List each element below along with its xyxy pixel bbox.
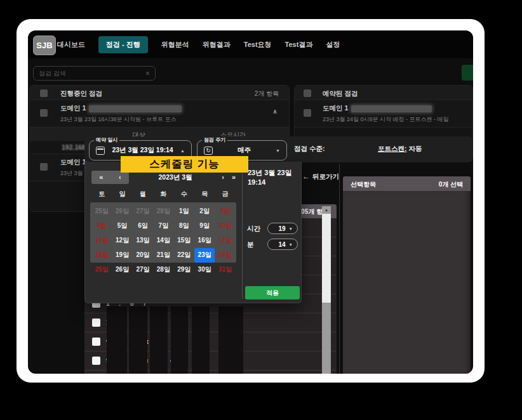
select-all-checkbox[interactable] [304, 89, 311, 97]
calendar-day[interactable]: 13일 [133, 233, 153, 247]
calendar-day[interactable]: 17일 [215, 233, 235, 247]
prev-month-button[interactable]: ‹ [119, 174, 121, 181]
calendar-day[interactable]: 5일 [112, 218, 132, 233]
scheduled-header: 예약된 점검 [295, 86, 472, 100]
back-button[interactable]: ←뒤로가기 [302, 172, 339, 181]
search-box[interactable]: × [33, 66, 156, 81]
calendar-day[interactable]: 26일 [112, 263, 132, 277]
field-label: 예약 일시 [94, 137, 119, 143]
minute-select[interactable]: 14 ▼ [267, 239, 298, 250]
calendar-day[interactable]: 26일 [112, 204, 132, 218]
calendar-day[interactable]: 16일 [194, 233, 215, 247]
scan-item[interactable]: 도메인 1 23년 3월 23일 16시38분 시작됨 - 브루트 포스 ∧ [30, 100, 289, 128]
calendar-day[interactable]: 31일 [215, 263, 235, 277]
app-logo: SJB [33, 36, 56, 55]
nav-item-link[interactable]: 대시보드 [57, 40, 85, 49]
scrollbar[interactable]: ▲ [322, 206, 331, 374]
item-checkbox[interactable] [304, 109, 311, 117]
item-subtitle: 23년 3월 23일 16시38분 시작됨 - 브루트 포스 [60, 115, 177, 124]
redacted-domain [351, 105, 432, 112]
minute-value: 14 [278, 241, 285, 248]
repeat-icon: ↻ [204, 147, 213, 155]
section-title: 진행중인 점검 [60, 89, 102, 98]
calendar-nav-group: « ‹ [91, 171, 129, 184]
calendar-day[interactable]: 3일 [215, 204, 235, 218]
calendar-day[interactable]: 14일 [153, 233, 173, 247]
main-nav: 대시보드점검 - 진행위협분석위협결과Test요청Test결과설정 [57, 30, 340, 58]
calendar-day-selected[interactable]: 23일 [194, 248, 215, 263]
redaction-bar [192, 306, 210, 374]
nav-item-link[interactable]: 위협분석 [161, 40, 189, 49]
calendar-day[interactable]: 25일 [91, 263, 112, 277]
collapse-icon[interactable]: ∧ [272, 108, 278, 115]
select-all-checkbox[interactable] [40, 89, 48, 97]
new-scan-button[interactable] [462, 65, 473, 81]
selected-date-text: 23년 3월 23일 [248, 168, 292, 178]
calendar-day[interactable]: 1일 [174, 204, 194, 218]
scan-item[interactable]: 도메인 1 23년 3월 24일 0시8분 시작 예정 - 포트스캔 - 매일 [295, 100, 472, 128]
column-divider [339, 164, 340, 374]
calendar-day[interactable]: 6일 [133, 218, 153, 233]
calendar-day[interactable]: 7일 [153, 218, 173, 233]
nav-item-active[interactable]: 점검 - 진행 [98, 36, 148, 53]
chevron-down-icon[interactable]: ▼ [276, 148, 286, 153]
weekday-label: 수 [174, 190, 194, 199]
calendar-day[interactable]: 20일 [133, 248, 153, 263]
item-checkbox[interactable] [40, 163, 48, 171]
selected-time-text: 19:14 [248, 178, 292, 187]
next-year-button[interactable]: » [232, 174, 236, 181]
prev-year-button[interactable]: « [99, 174, 103, 181]
calendar-day[interactable]: 24일 [215, 248, 235, 263]
calendar-day[interactable]: 4일 [91, 218, 112, 233]
calendar-day[interactable]: 9일 [194, 218, 215, 233]
clear-search-icon[interactable]: × [145, 69, 155, 78]
scroll-up-icon[interactable]: ▲ [322, 206, 331, 214]
item-checkbox[interactable] [40, 109, 48, 117]
nav-item-link[interactable]: 설정 [326, 40, 340, 49]
popup-divider [242, 166, 243, 299]
calendar-day[interactable]: 27일 [133, 263, 153, 277]
calendar-day[interactable]: 29일 [174, 263, 194, 277]
item-title: 도메인 1 [323, 104, 348, 112]
weekday-label: 토 [91, 190, 112, 199]
calendar-day[interactable]: 2일 [194, 204, 215, 218]
back-arrow-icon: ← [302, 172, 310, 181]
calendar-day[interactable]: 10일 [215, 218, 235, 233]
chevron-down-icon: ▼ [286, 226, 297, 231]
row-checkbox[interactable] [92, 338, 100, 346]
scrollbar-thumb[interactable] [322, 214, 331, 303]
weekday-label: 금 [215, 190, 235, 199]
redacted-domain [89, 105, 182, 112]
nav-item-link[interactable]: 위협결과 [203, 40, 231, 49]
nav-item-link[interactable]: Test결과 [285, 40, 313, 49]
calendar-day[interactable]: 30일 [194, 263, 215, 277]
hour-value: 19 [278, 225, 285, 232]
calendar-day[interactable]: 18일 [91, 248, 112, 263]
calendar-day[interactable]: 12일 [112, 233, 132, 247]
schedule-popup: « ‹ 2023년 3월 › » 토일월화수목금 25일26일27일28일1일2… [84, 162, 302, 303]
in-progress-header: 진행중인 점검 2개 항목 [30, 86, 289, 100]
calendar-day[interactable]: 28일 [153, 263, 173, 277]
calendar-day[interactable]: 25일 [91, 204, 112, 218]
chevron-down-icon: ▼ [286, 242, 297, 247]
calendar-day[interactable]: 22일 [174, 248, 194, 263]
hour-label: 시간 [247, 225, 260, 233]
calendar-day[interactable]: 27일 [133, 204, 153, 218]
calendar-day[interactable]: 11일 [91, 233, 112, 247]
calendar-day[interactable]: 19일 [112, 248, 132, 263]
apply-button[interactable]: 적용 [245, 286, 300, 299]
search-input[interactable] [34, 70, 145, 77]
next-month-button[interactable]: › [222, 174, 224, 181]
calendar-day[interactable]: 15일 [174, 233, 194, 247]
scan-level-label: 점검 수준: [294, 145, 325, 154]
row-checkbox[interactable] [92, 318, 100, 327]
calendar-day[interactable]: 8일 [174, 218, 194, 233]
redaction-bar [150, 306, 168, 374]
chevron-up-icon[interactable]: ▲ [180, 148, 191, 153]
weekday-label: 목 [194, 190, 215, 199]
row-checkbox[interactable] [92, 357, 100, 365]
calendar-day[interactable]: 21일 [153, 248, 173, 263]
hour-select[interactable]: 19 ▼ [267, 223, 298, 234]
calendar-day[interactable]: 28일 [153, 204, 173, 218]
nav-item-link[interactable]: Test요청 [244, 40, 272, 49]
